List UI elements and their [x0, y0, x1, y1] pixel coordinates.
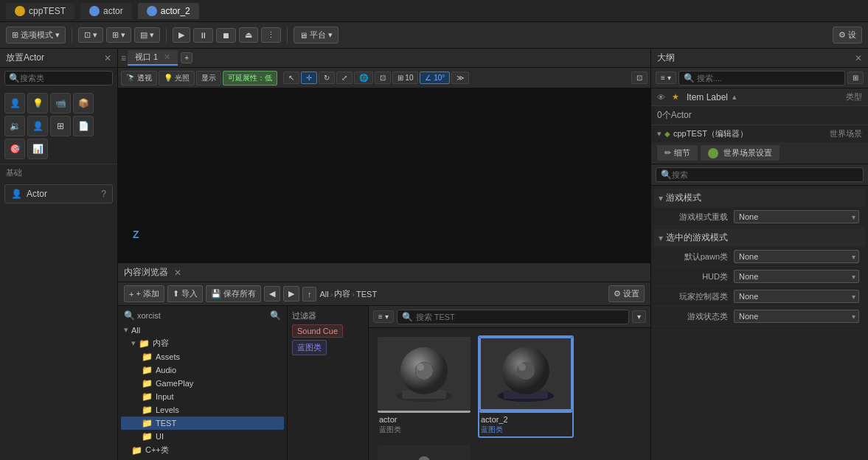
hud-select[interactable]: None: [734, 270, 859, 283]
cb-add-btn[interactable]: + + 添加: [124, 285, 164, 302]
details-tab-details[interactable]: ✏ 细节: [657, 145, 698, 161]
actor-help-icon[interactable]: ?: [101, 189, 106, 199]
stop-btn[interactable]: ⏹: [216, 28, 236, 43]
tree-item-input[interactable]: 📁 Input: [121, 390, 284, 403]
outline-search[interactable]: 🔍: [678, 71, 845, 86]
section-game-mode-header[interactable]: ▾ 游戏模式: [654, 189, 865, 207]
asset-card-actor[interactable]: actor 蓝图类: [376, 335, 472, 438]
actor-icon-6[interactable]: 👤: [27, 116, 48, 136]
vp-angle-btn[interactable]: ∠ 10°: [420, 72, 450, 84]
vp-select-btn[interactable]: ↖: [283, 72, 299, 84]
filter-tag-soundcue[interactable]: Sound Cue: [292, 324, 343, 338]
actor-icon-8[interactable]: 📄: [73, 116, 94, 136]
left-panel-close[interactable]: ✕: [104, 53, 111, 63]
asset-filter-btn[interactable]: ≡ ▾: [373, 310, 394, 323]
tree-item-gameplay[interactable]: 📁 GamePlay: [121, 377, 284, 390]
cb-path-all[interactable]: All: [319, 290, 328, 299]
tree-item-all[interactable]: ▾ All: [121, 324, 284, 336]
details-tab-world[interactable]: 世界场景设置: [701, 145, 780, 161]
tree-item-test[interactable]: 📁 TEST: [121, 417, 284, 430]
outline-search-input[interactable]: [697, 74, 840, 83]
tab-cppTEST[interactable]: cppTEST: [6, 3, 74, 19]
eject-btn[interactable]: ⏏: [239, 27, 258, 43]
vp-screen-btn[interactable]: ⊡: [375, 72, 391, 84]
viewport-menu-icon[interactable]: ≡: [121, 53, 126, 63]
details-search[interactable]: 🔍: [656, 167, 864, 182]
cb-close[interactable]: ✕: [174, 268, 181, 278]
sort-icon[interactable]: ▴: [732, 92, 737, 102]
tree-item-ui[interactable]: 📁 UI: [121, 430, 284, 443]
viewport-tab-close[interactable]: ✕: [164, 52, 170, 62]
vp-rotate-btn[interactable]: ↻: [319, 72, 335, 84]
actor-icon-5[interactable]: 🔉: [4, 116, 25, 136]
details-search-input[interactable]: [672, 170, 858, 179]
platform-button[interactable]: 🖥 平台 ▾: [294, 27, 338, 43]
cb-save-btn[interactable]: 💾 保存所有: [206, 285, 261, 302]
game-mode-override-select[interactable]: None: [734, 210, 859, 223]
outline-world-row[interactable]: ▾ ◆ cppTEST（编辑器） 世界场景: [651, 125, 868, 142]
left-search-box[interactable]: 🔍: [4, 71, 113, 86]
play-btn[interactable]: ▶: [173, 27, 190, 43]
asset-card-cppTEST[interactable]: cppTEST 关卡: [376, 444, 472, 460]
vp-maximize-btn[interactable]: ⊡: [631, 72, 647, 84]
actor-icon-3[interactable]: 📹: [50, 93, 71, 114]
tree-item-levels[interactable]: 📁 Levels: [121, 403, 284, 417]
cb-nav-fwd[interactable]: ▶: [283, 286, 299, 302]
settings-button[interactable]: ⚙ 设: [833, 27, 862, 43]
pause-btn[interactable]: ⏸: [193, 28, 213, 43]
left-search-input[interactable]: [20, 74, 108, 83]
actor-icon-1[interactable]: 👤: [4, 93, 25, 114]
asset-search-input[interactable]: [416, 313, 624, 321]
tab-actor[interactable]: actor: [80, 3, 132, 19]
vp-move-btn[interactable]: ✛: [301, 72, 317, 84]
actor-icon-9[interactable]: 🎯: [4, 139, 25, 159]
player-controller-select[interactable]: None: [734, 290, 859, 303]
toolbar-btn-1[interactable]: ⊡ ▾: [78, 27, 103, 43]
actor-icon-7[interactable]: ⊞: [50, 116, 71, 136]
tree-item-plugins[interactable]: 📁 Plugins: [121, 457, 284, 460]
cb-path-test[interactable]: TEST: [356, 290, 377, 299]
cb-import-btn[interactable]: ⬆ 导入: [167, 285, 203, 302]
settings-icon: ⚙: [614, 289, 621, 299]
actor-icon-2[interactable]: 💡: [27, 93, 48, 114]
tree-item-cpp[interactable]: 📁 C++类: [121, 443, 284, 457]
vp-world-btn[interactable]: 🌐: [354, 72, 373, 84]
actor-row[interactable]: 👤 Actor ?: [4, 184, 113, 203]
tree-item-audio[interactable]: 📁 Audio: [121, 363, 284, 377]
viewport-tab-1[interactable]: 视口 1 ✕: [128, 50, 178, 66]
filter-tag-blueprint[interactable]: 蓝图类: [292, 340, 327, 355]
asset-search-box[interactable]: 🔍: [397, 310, 629, 324]
add-viewport-btn[interactable]: +: [181, 52, 192, 63]
asset-filter-dropdown[interactable]: ▾: [632, 310, 646, 323]
vp-lighting-btn[interactable]: 💡 光照: [159, 71, 195, 86]
tree-item-content[interactable]: ▾ 📁 内容: [121, 336, 284, 350]
outline-add-btn[interactable]: ⊞: [847, 72, 864, 84]
default-pawn-select[interactable]: None: [734, 250, 859, 263]
outline-close[interactable]: ✕: [855, 53, 862, 63]
folder-search-icon[interactable]: 🔍: [270, 310, 281, 321]
tab-actor2[interactable]: actor_2: [138, 3, 199, 19]
cb-nav-up[interactable]: ↑: [302, 287, 317, 302]
vp-more-btn[interactable]: ≫: [451, 72, 469, 84]
game-state-select[interactable]: None: [734, 310, 859, 323]
vp-perspective-btn[interactable]: 🔭 透视: [121, 71, 157, 86]
cb-settings-btn[interactable]: ⚙ 设置: [608, 285, 645, 302]
actor-icon-4[interactable]: 📦: [73, 93, 94, 114]
outline-filter-btn[interactable]: ≡ ▾: [656, 72, 676, 84]
outline-panel: 大纲 ✕ ≡ ▾ 🔍 ⊞ 👁 ★ Item Label ▴ 类型: [651, 49, 868, 142]
asset-card-actor2[interactable]: actor_2 蓝图类: [478, 335, 574, 438]
vp-show-btn[interactable]: 显示: [196, 71, 221, 86]
cb-nav-back[interactable]: ◀: [264, 286, 280, 302]
tree-item-assets[interactable]: 📁 Assets: [121, 350, 284, 363]
mode-button[interactable]: ⊞ 选项模式 ▾: [6, 27, 66, 43]
toolbar-btn-3[interactable]: ▤ ▾: [134, 27, 160, 43]
vp-grid-btn[interactable]: ⊞ 10: [392, 72, 419, 84]
section-selected-header[interactable]: ▾ 选中的游戏模式: [654, 229, 865, 247]
toolbar-btn-2[interactable]: ⊞ ▾: [106, 27, 131, 43]
viewport-canvas[interactable]: Z: [118, 88, 650, 262]
more-btn[interactable]: ⋮: [261, 27, 281, 43]
vp-scalability-btn[interactable]: 可延展性：低: [223, 71, 277, 86]
cb-path-content[interactable]: 内容: [334, 288, 350, 299]
vp-scale-btn[interactable]: ⤢: [336, 72, 353, 84]
actor-icon-10[interactable]: 📊: [27, 139, 48, 159]
